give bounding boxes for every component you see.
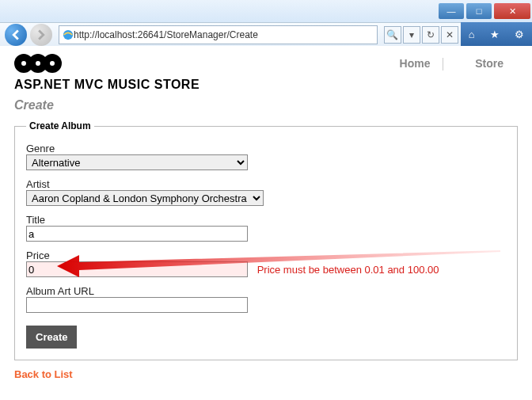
search-dropdown-button[interactable]: 🔍	[384, 26, 401, 44]
artist-label: Artist	[26, 178, 506, 190]
top-nav: Home Store	[390, 57, 513, 70]
price-error-message: Price must be between 0.01 and 100.00	[257, 264, 439, 276]
window-maximize-button[interactable]: □	[466, 3, 492, 19]
home-icon[interactable]: ⌂	[469, 29, 475, 40]
magnifier-icon: 🔍	[386, 29, 398, 40]
nav-store-link[interactable]: Store	[466, 57, 513, 70]
price-field: Price Price must be between 0.01 and 100…	[26, 250, 506, 277]
nav-divider	[443, 58, 462, 70]
page-heading: Create	[14, 98, 518, 112]
address-url: http://localhost:26641/StoreManager/Crea…	[74, 29, 258, 40]
album-art-url-input[interactable]	[26, 297, 248, 313]
album-art-url-field: Album Art URL	[26, 285, 506, 313]
album-art-url-label: Album Art URL	[26, 285, 506, 297]
create-button[interactable]: Create	[26, 326, 77, 349]
nav-back-button[interactable]	[5, 24, 27, 46]
create-album-fieldset: Create Album Genre Alternative Artist Aa…	[14, 120, 518, 360]
price-label: Price	[26, 250, 506, 261]
price-input[interactable]	[26, 261, 248, 277]
title-field: Title	[26, 214, 506, 242]
tools-icon[interactable]: ⚙	[515, 29, 524, 40]
genre-label: Genre	[26, 143, 506, 154]
ie-icon	[63, 29, 74, 40]
page-content: Home Store ASP.NET MVC MUSIC STORE Creat…	[0, 46, 532, 400]
back-to-list-link[interactable]: Back to List	[14, 368, 73, 380]
site-title: ASP.NET MVC MUSIC STORE	[14, 78, 518, 92]
title-label: Title	[26, 214, 506, 226]
artist-select[interactable]: Aaron Copland & London Symphony Orchestr…	[26, 190, 264, 206]
disc-icon	[43, 54, 62, 73]
nav-home-link[interactable]: Home	[390, 57, 440, 70]
address-bar[interactable]: http://localhost:26641/StoreManager/Crea…	[59, 25, 378, 44]
artist-field: Artist Aaron Copland & London Symphony O…	[26, 178, 506, 206]
command-bar: ⌂ ★ ⚙	[461, 22, 532, 46]
browser-toolbar: http://localhost:26641/StoreManager/Crea…	[0, 23, 532, 48]
stop-button[interactable]: ✕	[441, 26, 458, 44]
genre-field: Genre Alternative	[26, 143, 506, 170]
nav-forward-button[interactable]	[30, 24, 52, 46]
address-controls: 🔍 ▾ ↻ ✕	[384, 26, 458, 44]
window-close-button[interactable]: ✕	[494, 3, 530, 19]
browser-window: — □ ✕ http://localhost:26641/StoreManage…	[0, 0, 532, 400]
refresh-button[interactable]: ↻	[422, 26, 439, 44]
address-dropdown-button[interactable]: ▾	[403, 26, 420, 44]
window-titlebar: — □ ✕	[0, 0, 532, 23]
window-minimize-button[interactable]: —	[439, 3, 464, 19]
genre-select[interactable]: Alternative	[26, 154, 248, 170]
fieldset-legend: Create Album	[26, 120, 94, 131]
title-input[interactable]	[26, 226, 248, 242]
favorites-icon[interactable]: ★	[490, 29, 500, 40]
